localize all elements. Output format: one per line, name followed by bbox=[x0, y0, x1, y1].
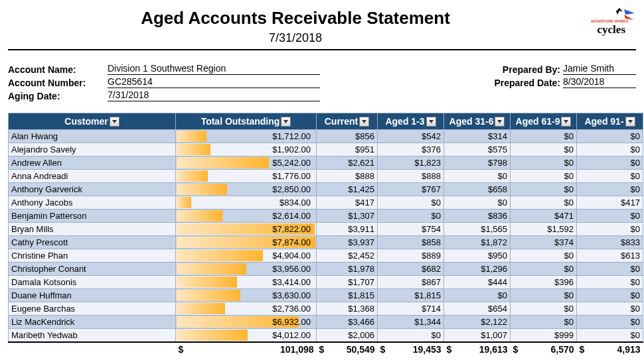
totals-row: $101,098 $50,549 $19,453 $19,613 $6,570 … bbox=[9, 342, 643, 356]
cell-a1: $0 bbox=[378, 329, 444, 342]
cell-a31: $314 bbox=[444, 130, 511, 143]
cell-customer: Bryan Mills bbox=[9, 223, 176, 236]
currency-symbol: $ bbox=[179, 344, 188, 355]
cell-total: $2,850.00 bbox=[176, 183, 317, 196]
cell-customer: Damala Kotsonis bbox=[9, 276, 176, 289]
cell-a91: $0 bbox=[577, 263, 643, 276]
filter-icon[interactable] bbox=[359, 117, 369, 127]
cell-a1: $682 bbox=[378, 263, 444, 276]
cell-total: $1,712.00 bbox=[176, 130, 317, 143]
cell-a61: $0 bbox=[511, 316, 577, 329]
cell-total: $1,776.00 bbox=[176, 170, 317, 183]
filter-icon[interactable] bbox=[426, 117, 436, 127]
table-row: Damala Kotsonis$3,414.00$1,707$867$444$3… bbox=[9, 276, 643, 289]
cell-a61: $0 bbox=[511, 143, 577, 156]
cell-customer: Andrew Allen bbox=[9, 156, 176, 170]
filter-icon[interactable] bbox=[495, 117, 505, 127]
cell-a91: $0 bbox=[577, 223, 643, 236]
filter-icon[interactable] bbox=[561, 117, 571, 127]
cell-a91: $0 bbox=[577, 210, 643, 223]
cell-customer: Duane Huffman bbox=[9, 289, 176, 302]
cell-current: $856 bbox=[317, 130, 378, 143]
table-row: Benjamin Patterson$2,614.00$1,307$0$836$… bbox=[9, 210, 643, 223]
cell-current: $2,006 bbox=[317, 329, 378, 342]
cell-total: $3,630.00 bbox=[176, 289, 317, 302]
cell-current: $1,815 bbox=[317, 289, 378, 302]
table-row: Liz MacKendrick$6,932.00$3,466$1,344$2,1… bbox=[9, 316, 643, 329]
cell-current: $1,368 bbox=[317, 302, 378, 316]
cell-a1: $889 bbox=[378, 249, 444, 263]
cell-a61: $999 bbox=[511, 329, 577, 342]
col-header-aged-31: Aged 31-6 bbox=[444, 113, 511, 130]
total-current: 50,549 bbox=[329, 344, 375, 355]
table-row: Anthony Garverick$2,850.00$1,425$767$658… bbox=[9, 183, 643, 196]
total-a31: 19,613 bbox=[456, 344, 508, 355]
cell-a1: $376 bbox=[378, 143, 444, 156]
cell-total: $6,932.00 bbox=[176, 316, 317, 329]
report-title: Aged Accounts Receivable Statement bbox=[8, 8, 583, 29]
cell-a31: $1,296 bbox=[444, 263, 511, 276]
aging-date-value: 7/31/2018 bbox=[108, 89, 320, 101]
cell-a31: $0 bbox=[444, 170, 511, 183]
cell-customer: Christopher Conant bbox=[9, 263, 176, 276]
table-row: Christopher Conant$3,956.00$1,978$682$1,… bbox=[9, 263, 643, 276]
cell-a31: $0 bbox=[444, 289, 511, 302]
cell-total: $2,614.00 bbox=[176, 210, 317, 223]
cell-a61: $471 bbox=[511, 210, 577, 223]
cell-current: $3,911 bbox=[317, 223, 378, 236]
account-name-value: Division 1 Southwest Region bbox=[108, 62, 320, 75]
prepared-by-label: Prepared By: bbox=[483, 64, 563, 75]
cell-total: $1,902.00 bbox=[176, 143, 317, 156]
cell-a91: $0 bbox=[577, 276, 643, 289]
cell-total: $7,874.00 bbox=[176, 236, 317, 249]
total-a61: 6,570 bbox=[523, 344, 574, 355]
filter-icon[interactable] bbox=[281, 117, 291, 127]
cell-a61: $374 bbox=[511, 236, 577, 249]
cell-a91: $0 bbox=[577, 156, 643, 170]
cell-current: $1,307 bbox=[317, 210, 378, 223]
cell-a31: $950 bbox=[444, 249, 511, 263]
svg-text:cycles: cycles bbox=[598, 23, 626, 36]
cell-total: $3,956.00 bbox=[176, 263, 317, 276]
table-row: Cathy Prescott$7,874.00$3,937$858$1,872$… bbox=[9, 236, 643, 249]
cell-a31: $0 bbox=[444, 196, 511, 210]
filter-icon[interactable] bbox=[110, 117, 120, 127]
cell-a61: $0 bbox=[511, 196, 577, 210]
cell-a91: $613 bbox=[577, 249, 643, 263]
cell-a61: $396 bbox=[511, 276, 577, 289]
cell-a61: $0 bbox=[511, 302, 577, 316]
cell-total: $834.00 bbox=[176, 196, 317, 210]
total-sum: 101,098 bbox=[188, 344, 314, 355]
col-header-total: Total Outstanding bbox=[176, 113, 317, 130]
total-a91: 4,913 bbox=[589, 344, 641, 355]
account-number-value: GC285614 bbox=[108, 76, 320, 88]
cell-a1: $1,823 bbox=[378, 156, 444, 170]
cell-a91: $0 bbox=[577, 289, 643, 302]
table-row: Anna Andreadi$1,776.00$888$888$0$0$0 bbox=[9, 170, 643, 183]
receivables-table: Customer Total Outstanding Current Aged … bbox=[8, 113, 643, 356]
report-header: Aged Accounts Receivable Statement 7/31/… bbox=[8, 7, 636, 45]
cell-current: $3,937 bbox=[317, 236, 378, 249]
cell-total: $4,904.00 bbox=[176, 249, 317, 263]
table-row: Eugene Barchas$2,736.00$1,368$714$654$0$… bbox=[9, 302, 643, 316]
cell-customer: Maribeth Yedwab bbox=[9, 329, 176, 342]
cell-current: $1,425 bbox=[317, 183, 378, 196]
cell-a91: $0 bbox=[577, 316, 643, 329]
cell-a61: $0 bbox=[511, 249, 577, 263]
cell-a91: $0 bbox=[577, 329, 643, 342]
cell-current: $2,452 bbox=[317, 249, 378, 263]
cell-customer: Liz MacKendrick bbox=[9, 316, 176, 329]
cell-a31: $798 bbox=[444, 156, 511, 170]
account-number-label: Account Number: bbox=[8, 78, 108, 88]
filter-icon[interactable] bbox=[625, 117, 635, 127]
cell-a31: $836 bbox=[444, 210, 511, 223]
cell-customer: Benjamin Patterson bbox=[9, 210, 176, 223]
table-row: Bryan Mills$7,822.00$3,911$754$1,565$1,5… bbox=[9, 223, 643, 236]
table-row: Alan Hwang$1,712.00$856$542$314$0$0 bbox=[9, 130, 643, 143]
col-header-customer: Customer bbox=[9, 113, 176, 130]
cell-total: $5,242.00 bbox=[176, 156, 317, 170]
cell-a91: $0 bbox=[577, 302, 643, 316]
cell-customer: Anthony Garverick bbox=[9, 183, 176, 196]
cell-a61: $1,592 bbox=[511, 223, 577, 236]
cell-a1: $1,815 bbox=[378, 289, 444, 302]
